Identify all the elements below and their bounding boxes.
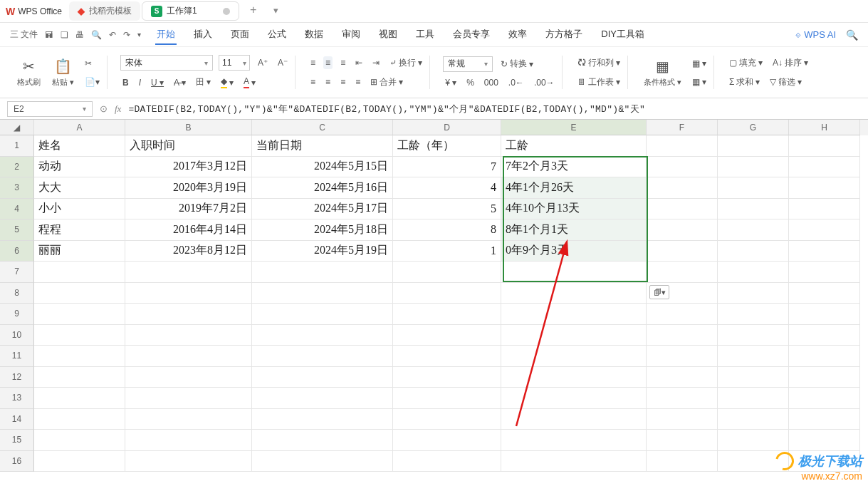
cell[interactable] xyxy=(125,304,252,325)
cell[interactable] xyxy=(501,283,647,304)
menu-home[interactable]: 开始 xyxy=(155,25,177,45)
italic-button[interactable]: I xyxy=(137,76,143,89)
cell[interactable] xyxy=(718,325,789,346)
filter-button[interactable]: ▽ 筛选 ▾ xyxy=(768,75,804,90)
cell[interactable] xyxy=(34,262,125,283)
cell[interactable] xyxy=(647,430,718,451)
font-name-select[interactable]: 宋体▾ xyxy=(120,55,213,71)
col-header-D[interactable]: D xyxy=(393,120,501,135)
cell[interactable] xyxy=(252,304,393,325)
cell[interactable] xyxy=(789,135,860,157)
qat-dropdown-icon[interactable]: ▾ xyxy=(137,31,141,38)
strike-button[interactable]: A ▾ xyxy=(172,76,188,89)
cell[interactable] xyxy=(718,135,789,157)
fill-color-button[interactable]: ◆ ▾ xyxy=(219,75,236,90)
cell[interactable] xyxy=(647,199,718,220)
cell[interactable] xyxy=(34,304,125,325)
search-icon[interactable]: 🔍 xyxy=(846,29,858,41)
cell[interactable] xyxy=(34,451,125,472)
cell[interactable] xyxy=(501,325,647,346)
cell[interactable] xyxy=(252,430,393,451)
rowcol-button[interactable]: 🗘 行和列 ▾ xyxy=(575,56,622,71)
cell[interactable]: 小小 xyxy=(34,199,125,220)
cell[interactable]: 4年1个月26天 xyxy=(501,177,647,199)
cell[interactable]: 7 xyxy=(393,157,501,178)
menu-page[interactable]: 页面 xyxy=(229,25,251,45)
sort-button[interactable]: A↓ 排序 ▾ xyxy=(770,56,810,71)
number-format-select[interactable]: 常规▾ xyxy=(443,56,493,72)
align-left-button[interactable]: ≡ xyxy=(308,76,318,88)
bold-button[interactable]: B xyxy=(120,76,131,89)
fx-icon[interactable]: fx xyxy=(115,103,121,115)
row-header[interactable]: 14 xyxy=(0,409,34,430)
merge-cells-button[interactable]: ⊞ 合并 ▾ xyxy=(368,75,405,90)
cell[interactable] xyxy=(718,157,789,178)
increase-decimal-button[interactable]: .00→ xyxy=(532,76,557,89)
cell[interactable] xyxy=(647,304,718,325)
copy-button[interactable]: 📄▾ xyxy=(83,76,102,88)
col-header-E[interactable]: E xyxy=(501,120,647,135)
cell[interactable] xyxy=(789,325,860,346)
cell[interactable] xyxy=(789,219,860,241)
cell-style-button[interactable]: ▦ ▾ xyxy=(690,76,708,88)
cell[interactable] xyxy=(252,283,393,304)
row-header[interactable]: 11 xyxy=(0,346,34,367)
format-painter-button[interactable]: ✂格式刷 xyxy=(14,58,43,88)
currency-button[interactable]: ¥ ▾ xyxy=(443,76,459,89)
cell[interactable] xyxy=(647,241,718,262)
cell[interactable] xyxy=(789,430,860,451)
convert-button[interactable]: ↻ 转换 ▾ xyxy=(498,56,535,71)
align-top-button[interactable]: ≡ xyxy=(308,56,318,69)
cell[interactable] xyxy=(393,304,501,325)
autofill-options-button[interactable]: 🗐▾ xyxy=(649,285,669,299)
cell[interactable] xyxy=(34,283,125,304)
cell[interactable]: 入职时间 xyxy=(125,135,252,157)
file-menu[interactable]: 三 文件 xyxy=(10,29,38,41)
cell[interactable] xyxy=(252,388,393,409)
cell[interactable]: 1 xyxy=(393,241,501,262)
worksheet-button[interactable]: 🗏 工作表 ▾ xyxy=(575,75,622,90)
cell[interactable] xyxy=(647,325,718,346)
row-header[interactable]: 10 xyxy=(0,325,34,346)
cell[interactable] xyxy=(501,304,647,325)
name-box[interactable]: E2 ▾ xyxy=(7,101,93,117)
menu-view[interactable]: 视图 xyxy=(377,25,399,45)
cell[interactable] xyxy=(393,325,501,346)
cell[interactable]: 0年9个月3天 xyxy=(501,241,647,262)
border-button[interactable]: 田 ▾ xyxy=(194,75,213,90)
decrease-font-button[interactable]: A⁻ xyxy=(276,56,290,69)
cell[interactable] xyxy=(34,367,125,388)
cell[interactable] xyxy=(718,409,789,430)
row-header[interactable]: 16 xyxy=(0,451,34,472)
decrease-decimal-button[interactable]: .0← xyxy=(506,76,526,89)
col-header-C[interactable]: C xyxy=(252,120,393,135)
menu-diy[interactable]: DIY工具箱 xyxy=(600,25,646,45)
add-tab-button[interactable]: + xyxy=(245,1,262,19)
cell[interactable] xyxy=(125,283,252,304)
cell[interactable] xyxy=(718,430,789,451)
cell[interactable]: 2020年3月19日 xyxy=(125,177,252,199)
cell[interactable] xyxy=(718,346,789,367)
cell[interactable] xyxy=(501,346,647,367)
cell[interactable]: 2024年5月16日 xyxy=(252,177,393,199)
cell[interactable]: 8 xyxy=(393,219,501,241)
new-icon[interactable]: ❏ xyxy=(61,30,68,40)
cell[interactable]: 2019年7月2日 xyxy=(125,199,252,220)
cell[interactable] xyxy=(647,409,718,430)
cell[interactable] xyxy=(393,346,501,367)
cell[interactable] xyxy=(718,199,789,220)
cell[interactable] xyxy=(34,325,125,346)
cell[interactable] xyxy=(125,409,252,430)
cell[interactable] xyxy=(647,157,718,178)
cell[interactable] xyxy=(34,430,125,451)
cell[interactable]: 2016年4月14日 xyxy=(125,219,252,241)
cell[interactable] xyxy=(789,177,860,199)
cell[interactable] xyxy=(393,367,501,388)
save-icon[interactable]: 🖬 xyxy=(45,30,53,40)
cell[interactable] xyxy=(34,388,125,409)
cell[interactable] xyxy=(501,451,647,472)
menu-data[interactable]: 数据 xyxy=(303,25,325,45)
align-middle-button[interactable]: ≡ xyxy=(323,56,333,69)
tab-workbook[interactable]: S 工作簿1 xyxy=(142,1,239,21)
cell[interactable] xyxy=(125,388,252,409)
